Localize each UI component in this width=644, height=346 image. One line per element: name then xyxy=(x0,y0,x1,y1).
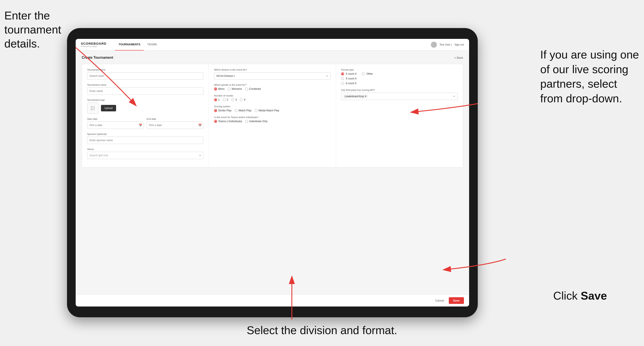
rounds-group: Number of rounds 1 2 xyxy=(214,94,330,101)
form-col-2: Which division is the event for? NCAA Di… xyxy=(209,64,336,167)
individuals-only[interactable]: Individuals Only xyxy=(245,120,268,123)
scoring-group: Scoring system Stroke Play Match Play xyxy=(214,105,330,112)
venue-dropdown[interactable]: Search golf club ▼ xyxy=(87,152,204,159)
gender-mens-radio[interactable] xyxy=(214,87,217,90)
teams-label: Is this event for Teams and/or Individua… xyxy=(214,116,330,119)
teams-plus-individuals[interactable]: Teams (+Individuals) xyxy=(214,120,242,123)
individuals-label: Individuals Only xyxy=(249,120,268,123)
gender-radio-group: Mens Womens Combined xyxy=(214,87,330,90)
division-dropdown[interactable]: NCAA Division I ▼ xyxy=(214,72,330,80)
gender-womens-label: Womens xyxy=(232,87,242,90)
annotation-br-prefix: Click xyxy=(553,289,581,302)
tournament-logo-label: Tournament logo xyxy=(87,99,204,101)
scoring-medal-radio[interactable] xyxy=(254,109,258,112)
format-6count4-radio[interactable] xyxy=(341,77,344,80)
sponsor-input[interactable] xyxy=(87,137,204,144)
gender-combined-radio[interactable] xyxy=(245,87,248,90)
rounds-label: Number of rounds xyxy=(214,94,330,97)
tablet-screen: SCOREBOARD Powered by Clippit TOURNAMENT… xyxy=(76,39,469,307)
gender-label: Which gender is the event for? xyxy=(214,84,330,86)
division-value: NCAA Division I xyxy=(216,74,235,77)
format-6count4[interactable]: 6 count 4 xyxy=(341,77,356,80)
rounds-3[interactable]: 3 xyxy=(231,98,237,101)
live-scoring-close-icon[interactable]: ✕ xyxy=(364,95,366,98)
format-6count5[interactable]: 6 count 5 xyxy=(341,82,356,85)
nav-teams[interactable]: TEAMS xyxy=(144,39,160,50)
logo-sub: Powered by Clippit xyxy=(81,45,106,47)
rounds-4-radio[interactable] xyxy=(240,98,243,101)
tournament-logo-group: Tournament logo Upload xyxy=(87,99,204,114)
rounds-2-radio[interactable] xyxy=(223,98,226,101)
division-label: Which division is the event for? xyxy=(214,68,330,71)
venue-chevron-icon: ▼ xyxy=(199,154,201,157)
format-6count5-radio[interactable] xyxy=(341,82,344,85)
gender-combined[interactable]: Combined xyxy=(245,87,261,90)
live-scoring-label: Use third-party live scoring API? xyxy=(341,89,458,91)
format-5count4-radio[interactable] xyxy=(341,72,344,75)
gender-combined-label: Combined xyxy=(249,87,261,90)
format-type-group: Format type 5 count 4 6 count 4 xyxy=(341,68,458,85)
start-date-input[interactable] xyxy=(87,122,144,129)
scoring-medal-label: Medal Match Play xyxy=(258,109,279,112)
form-col-3: Format type 5 count 4 6 count 4 xyxy=(336,64,463,167)
format-type-label: Format type xyxy=(341,68,458,71)
logo-upload-area: Upload xyxy=(87,103,204,114)
form-col-1: Tournament Host Tournament name Tourname… xyxy=(82,64,209,167)
format-5count4[interactable]: 5 count 4 xyxy=(341,72,356,75)
rounds-4[interactable]: 4 xyxy=(240,98,245,101)
logo-title: SCOREBOARD xyxy=(81,42,106,45)
scoring-match-radio[interactable] xyxy=(234,109,238,112)
tournament-host-label: Tournament Host xyxy=(87,68,204,71)
format-options: 5 count 4 6 count 4 6 count 5 xyxy=(341,72,356,85)
rounds-3-radio[interactable] xyxy=(231,98,234,101)
rounds-2[interactable]: 2 xyxy=(223,98,228,101)
teams-plus-radio[interactable] xyxy=(214,120,217,123)
sponsor-group: Sponsor (optional) xyxy=(87,133,204,144)
scoring-stroke-radio[interactable] xyxy=(214,109,217,112)
tournament-name-input[interactable] xyxy=(87,87,204,95)
rounds-3-label: 3 xyxy=(236,98,237,101)
live-scoring-value: Leaderboard King xyxy=(345,95,364,98)
scoring-match[interactable]: Match Play xyxy=(234,109,252,112)
tournament-host-input[interactable] xyxy=(87,72,204,80)
upload-button[interactable]: Upload xyxy=(101,105,116,111)
calendar-icon-end: 📅 xyxy=(198,124,202,127)
scoring-stroke[interactable]: Stroke Play xyxy=(214,109,231,112)
rounds-1-radio[interactable] xyxy=(214,98,217,101)
end-date-input[interactable] xyxy=(146,122,204,129)
user-label: Test User | xyxy=(440,43,452,46)
format-6count5-label: 6 count 5 xyxy=(346,82,356,85)
tournament-name-label: Tournament name xyxy=(87,84,204,86)
rounds-radio-group: 1 2 3 4 xyxy=(214,98,330,101)
date-row: Start date 📅 End date 📅 xyxy=(87,118,204,129)
avatar xyxy=(431,42,437,48)
individuals-radio[interactable] xyxy=(245,120,248,123)
live-scoring-dropdown[interactable]: Leaderboard King ✕ ▼ xyxy=(341,93,458,100)
annotation-br-bold: Save xyxy=(581,289,607,302)
gender-mens-label: Mens xyxy=(218,87,224,90)
teams-plus-label: Teams (+Individuals) xyxy=(218,120,242,123)
cancel-button[interactable]: Cancel xyxy=(432,297,446,304)
form-footer: Cancel Save xyxy=(76,294,469,307)
back-link[interactable]: Back xyxy=(454,56,463,59)
rounds-2-label: 2 xyxy=(227,98,228,101)
live-scoring-chevron-icon: ▼ xyxy=(453,95,455,98)
signout-link[interactable]: Sign out xyxy=(454,43,464,46)
gender-womens[interactable]: Womens xyxy=(228,87,242,90)
gender-mens[interactable]: Mens xyxy=(214,87,224,90)
format-other-radio[interactable] xyxy=(362,72,365,75)
navbar: SCOREBOARD Powered by Clippit TOURNAMENT… xyxy=(76,39,469,50)
format-other[interactable]: Other xyxy=(362,72,373,75)
live-scoring-group: Use third-party live scoring API? Leader… xyxy=(341,89,458,100)
live-scoring-tag: Leaderboard King ✕ xyxy=(344,95,368,98)
end-date-group: End date 📅 xyxy=(146,118,204,129)
gender-womens-radio[interactable] xyxy=(228,87,231,90)
start-date-group: Start date 📅 xyxy=(87,118,144,129)
page-header: Create Tournament Back xyxy=(82,56,463,60)
nav-tournaments[interactable]: TOURNAMENTS xyxy=(115,39,144,50)
format-other-label: Other xyxy=(366,72,373,75)
annotation-bottom-center: Select the division and format. xyxy=(247,323,397,337)
rounds-1[interactable]: 1 xyxy=(214,98,220,101)
scoring-medal[interactable]: Medal Match Play xyxy=(254,109,279,112)
save-button[interactable]: Save xyxy=(449,297,464,304)
